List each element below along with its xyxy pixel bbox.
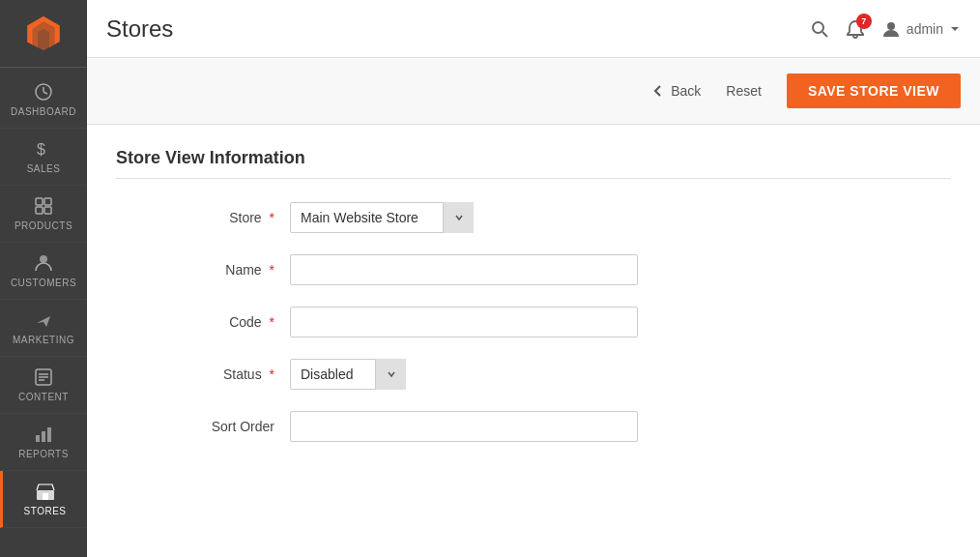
svg-rect-15: [43, 493, 48, 500]
action-bar: Back Reset Save Store View: [87, 58, 980, 125]
sidebar-item-sales[interactable]: $ SALES: [0, 129, 87, 186]
page-title: Stores: [106, 15, 173, 43]
status-select[interactable]: Disabled Enabled: [290, 359, 406, 390]
code-input[interactable]: [290, 307, 638, 337]
content-icon: [33, 366, 54, 388]
sidebar: DASHBOARD $ SALES PRODUCTS CUSTOMERS MAR…: [0, 0, 87, 557]
name-required-star: *: [270, 262, 274, 278]
store-label: Store *: [116, 210, 290, 225]
store-required-star: *: [270, 210, 274, 225]
sidebar-item-dashboard-label: DASHBOARD: [11, 106, 76, 118]
customers-icon: [33, 252, 54, 274]
notification-button[interactable]: 7: [845, 18, 866, 40]
svg-text:$: $: [37, 141, 45, 158]
back-label: Back: [671, 83, 701, 99]
svg-line-17: [822, 32, 827, 37]
search-button[interactable]: [810, 19, 829, 39]
dashboard-icon: [33, 81, 54, 103]
notification-badge: 7: [856, 14, 872, 29]
status-select-wrapper: Disabled Enabled: [290, 359, 406, 390]
form-row-code: Code *: [116, 307, 951, 337]
svg-rect-5: [44, 207, 51, 214]
name-input[interactable]: [290, 254, 638, 285]
content-area: Store View Information Store * Main Webs…: [87, 125, 980, 557]
sidebar-item-dashboard[interactable]: DASHBOARD: [0, 72, 87, 129]
svg-rect-4: [36, 207, 43, 214]
sidebar-item-stores-label: STORES: [24, 506, 67, 517]
sort-order-label: Sort Order: [116, 419, 290, 434]
user-icon: [881, 19, 901, 39]
svg-point-18: [887, 22, 895, 30]
reset-label: Reset: [726, 83, 762, 99]
code-label: Code *: [116, 314, 290, 330]
back-arrow-icon: [651, 84, 665, 98]
svg-rect-2: [36, 198, 43, 205]
form-row-sort-order: Sort Order: [116, 411, 951, 442]
stores-icon: [35, 481, 56, 502]
main-area: Stores 7 admin: [87, 0, 980, 557]
code-required-star: *: [270, 314, 274, 330]
form-row-store: Store * Main Website Store: [116, 202, 951, 233]
sidebar-item-stores[interactable]: STORES: [0, 471, 87, 528]
sidebar-logo: [0, 0, 87, 68]
back-button[interactable]: Back: [651, 83, 701, 99]
sidebar-item-content-label: CONTENT: [18, 392, 69, 403]
sidebar-item-marketing[interactable]: MARKETING: [0, 300, 87, 357]
store-select-wrapper: Main Website Store: [290, 202, 474, 233]
sidebar-item-customers[interactable]: CUSTOMERS: [0, 243, 87, 300]
sidebar-item-sales-label: SALES: [27, 163, 61, 175]
section-title: Store View Information: [116, 148, 951, 179]
magento-logo-icon: [23, 14, 64, 54]
sidebar-item-marketing-label: MARKETING: [13, 335, 74, 346]
sidebar-item-content[interactable]: CONTENT: [0, 357, 87, 414]
reports-icon: [33, 424, 54, 445]
topbar-actions: 7 admin: [810, 18, 961, 40]
sidebar-item-reports-label: REPORTS: [18, 449, 69, 460]
admin-menu-button[interactable]: admin: [881, 19, 961, 39]
svg-point-16: [813, 22, 823, 33]
form-row-name: Name *: [116, 254, 951, 285]
sidebar-item-reports[interactable]: REPORTS: [0, 414, 87, 471]
sort-order-input[interactable]: [290, 411, 638, 442]
search-icon: [810, 19, 829, 39]
reset-button[interactable]: Reset: [712, 75, 775, 106]
products-icon: [33, 195, 54, 217]
status-required-star: *: [270, 366, 274, 382]
admin-label: admin: [907, 21, 943, 37]
name-label: Name *: [116, 262, 290, 278]
svg-rect-13: [47, 427, 51, 442]
chevron-down-icon: [949, 23, 961, 35]
svg-rect-3: [44, 198, 51, 205]
marketing-icon: [33, 309, 54, 331]
topbar: Stores 7 admin: [87, 0, 980, 58]
status-label: Status *: [116, 366, 290, 382]
sidebar-item-customers-label: CUSTOMERS: [11, 278, 76, 289]
sidebar-item-products[interactable]: PRODUCTS: [0, 186, 87, 243]
sales-icon: $: [33, 138, 54, 160]
sidebar-item-products-label: PRODUCTS: [14, 220, 72, 232]
save-store-view-button[interactable]: Save Store View: [787, 73, 961, 108]
svg-rect-11: [36, 435, 40, 442]
store-select[interactable]: Main Website Store: [290, 202, 474, 233]
form-row-status: Status * Disabled Enabled: [116, 359, 951, 390]
svg-rect-12: [42, 431, 45, 442]
svg-point-6: [40, 255, 47, 263]
